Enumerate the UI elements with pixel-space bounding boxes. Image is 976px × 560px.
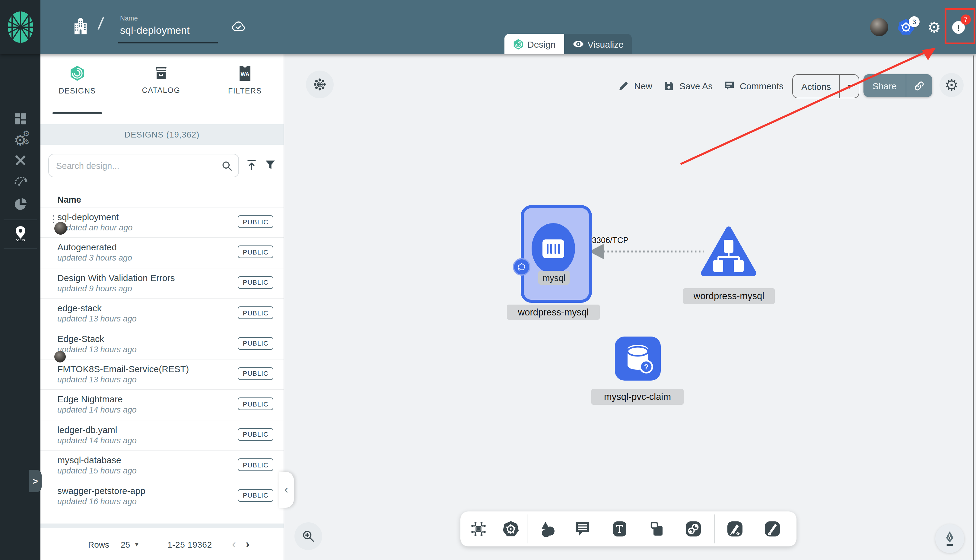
svg-text:WA: WA — [241, 71, 250, 77]
design-updated: updated 14 hours ago — [57, 406, 137, 415]
design-name: Edge Nightmare — [57, 394, 123, 404]
text-tool-icon[interactable] — [611, 520, 628, 537]
window-scrollbar[interactable] — [973, 55, 974, 560]
design-list-item[interactable]: ⋮ FMTOK8S-Email-Service(REST) updated 13… — [40, 359, 284, 389]
sidebar-item-lifecycle[interactable]: ⚙ ⚙ ⚙ — [0, 130, 40, 151]
visibility-badge: PUBLIC — [238, 307, 274, 319]
configuration-tools-icon — [13, 154, 27, 167]
toolbar-divider — [714, 515, 714, 543]
user-avatar[interactable] — [870, 18, 888, 36]
kebab-menu-icon[interactable]: ⋮ — [49, 217, 58, 221]
visibility-badge: PUBLIC — [238, 246, 274, 258]
breadcrumb-separator: / — [97, 13, 105, 34]
pod-node-label[interactable]: wordpress-mysql — [507, 305, 600, 320]
sidebar-item-kanvas[interactable] — [0, 223, 40, 244]
visibility-badge: PUBLIC — [238, 215, 274, 228]
node-service-wordpress-mysql[interactable] — [700, 226, 757, 279]
design-list-item[interactable]: ⋮ Edge-Stack updated 13 hours ago PUBLIC — [40, 328, 284, 359]
design-name: mysql-database — [57, 455, 121, 465]
visibility-badge: PUBLIC — [238, 276, 274, 289]
design-list-item[interactable]: ⋮ Design With Validation Errors updated … — [40, 268, 284, 298]
meshery-logo-icon — [7, 11, 33, 43]
design-name: FMTOK8S-Email-Service(REST) — [57, 364, 189, 374]
comment-tool-icon[interactable] — [574, 520, 591, 537]
design-list-item[interactable]: ⋮ Edge Nightmare updated 14 hours ago PU… — [40, 389, 284, 420]
pvc-node-label[interactable]: mysql-pvc-claim — [591, 389, 684, 405]
meshery-logo-button[interactable] — [0, 0, 40, 54]
performance-gauge-icon — [13, 175, 27, 187]
tab-design[interactable]: Design — [504, 34, 564, 54]
panel-tab-designs[interactable]: DESIGNS — [44, 65, 110, 95]
design-owner-avatar — [54, 222, 67, 235]
design-list-item[interactable]: ⋮ ledger-db.yaml updated 14 hours ago PU… — [40, 420, 284, 450]
kubernetes-toolbar-icon[interactable] — [502, 520, 519, 538]
visibility-badge: PUBLIC — [238, 337, 274, 350]
service-node-label[interactable]: wordpress-mysql — [683, 288, 775, 304]
design-list-item[interactable]: ⋮ Autogenerated updated 3 hours ago PUBL… — [40, 237, 284, 268]
sidebar-item-configuration[interactable] — [0, 150, 40, 171]
pen-nib-icon — [942, 530, 958, 547]
designs-spiral-icon — [69, 65, 85, 82]
extensions-icon — [13, 197, 27, 211]
design-updated: updated 13 hours ago — [57, 345, 137, 354]
design-name-input[interactable] — [120, 25, 218, 37]
filter-funnel-icon[interactable] — [265, 159, 276, 170]
app-header: / Name Design — [0, 0, 976, 54]
pen-nib-fab-button[interactable] — [935, 524, 964, 553]
design-list-item[interactable]: ⋮ mysql-database updated 15 hours ago PU… — [40, 450, 284, 480]
catalog-archive-icon — [153, 65, 169, 81]
panel-tab-filters[interactable]: WA FILTERS — [212, 65, 278, 95]
sidebar-divider — [3, 248, 37, 249]
design-owner-avatar — [54, 351, 66, 362]
link-tool-icon[interactable] — [685, 520, 702, 537]
visibility-badge: PUBLIC — [238, 398, 274, 410]
design-name-underline — [118, 42, 218, 43]
shapes-tool-icon[interactable] — [539, 520, 556, 537]
sidebar-item-dashboard[interactable] — [0, 108, 40, 129]
dashboard-icon — [13, 112, 27, 125]
design-canvas[interactable]: New Save As Comments Actions — [284, 54, 976, 560]
design-name: Design With Validation Errors — [57, 273, 175, 283]
search-icon[interactable] — [222, 160, 232, 171]
edge-port-label[interactable]: 3306/TCP — [592, 236, 629, 245]
container-circle[interactable] — [532, 223, 575, 274]
design-name: Edge-Stack — [57, 333, 104, 343]
component-circuit-icon[interactable] — [470, 520, 487, 537]
sidebar-item-performance[interactable] — [0, 171, 40, 191]
visibility-badge: PUBLIC — [238, 458, 274, 471]
design-list-item[interactable]: ⋮ swagger-petstore-app updated 16 hours … — [40, 480, 284, 511]
mode-tab-bar: Design Visualize — [504, 34, 632, 54]
design-list-item[interactable]: ⋮ sql-deployment updated an hour ago PUB… — [40, 207, 284, 237]
previous-page-button[interactable]: ‹ — [232, 537, 236, 551]
organization-icon[interactable] — [73, 17, 87, 35]
design-name: ledger-db.yaml — [57, 424, 117, 435]
design-name: Autogenerated — [57, 242, 117, 252]
node-pvc-mysql-pvc-claim[interactable]: ? — [615, 337, 661, 380]
pen-path-tool-icon[interactable] — [726, 520, 743, 537]
pod-pentagon-badge-icon[interactable] — [513, 258, 531, 276]
design-updated: updated 3 hours ago — [57, 253, 132, 263]
tab-visualize-label: Visualize — [587, 39, 624, 49]
upload-design-icon[interactable] — [246, 159, 257, 171]
meshery-kanvas-app: / Name Design — [0, 0, 976, 560]
panel-collapse-button[interactable]: ‹ — [279, 472, 294, 508]
sidebar-item-extensions[interactable] — [0, 193, 40, 214]
rows-per-page-select[interactable]: 25 — [121, 540, 130, 549]
rows-per-page-label: Rows — [88, 540, 109, 549]
notification-count-badge: 7 — [961, 15, 971, 25]
design-list-item[interactable]: ⋮ edge-stack updated 13 hours ago PUBLIC — [40, 298, 284, 328]
container-label[interactable]: mysql — [538, 271, 570, 285]
next-page-button[interactable]: › — [245, 537, 250, 551]
sidebar-expand-button[interactable]: > — [29, 470, 42, 492]
pagination-range: 1-25 19362 — [167, 540, 212, 549]
tab-visualize[interactable]: Visualize — [564, 34, 632, 54]
rows-per-page-caret-icon[interactable]: ▼ — [133, 541, 140, 548]
settings-gear-icon[interactable]: ⚙ — [928, 20, 941, 35]
panel-tab-catalog[interactable]: CATALOG — [128, 65, 194, 95]
search-input[interactable] — [49, 161, 222, 170]
zoom-in-button[interactable] — [294, 522, 322, 550]
svg-text:?: ? — [644, 363, 649, 371]
note-tool-icon[interactable] — [649, 520, 666, 537]
node-pod-wordpress-mysql[interactable]: mysql — [521, 205, 592, 303]
pencil-sketch-tool-icon[interactable] — [764, 520, 781, 537]
